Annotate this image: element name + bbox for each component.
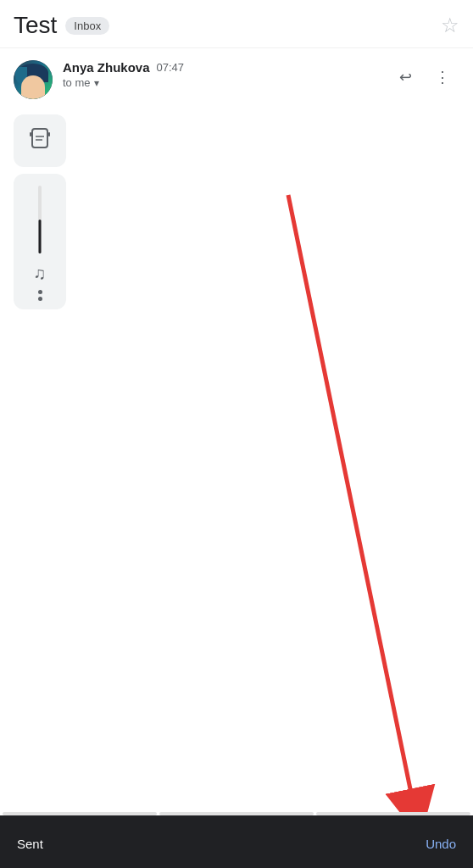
email-row: Anya Zhukova 07:47 to me ▾ ↩ ⋮ [0,48,473,108]
avatar[interactable] [14,60,53,99]
email-actions: ↩ ⋮ [388,60,459,94]
email-content: ♫ [0,108,473,316]
reply-button[interactable]: ↩ [388,60,422,94]
svg-rect-1 [30,132,31,136]
star-icon[interactable]: ☆ [441,14,459,37]
audio-player[interactable]: ♫ [14,174,66,309]
to-me-label: to me [63,76,91,89]
email-time: 07:47 [157,61,185,74]
attachment-icon [26,125,53,158]
audio-more-icon[interactable] [38,290,42,301]
reply-icon: ↩ [399,68,412,86]
sender-name: Anya Zhukova [63,60,150,75]
header-left: Test Inbox [14,12,109,39]
scrubber-thumb [39,220,42,253]
sender-row: Anya Zhukova 07:47 [63,60,378,75]
music-note-icon: ♫ [34,264,47,283]
attachment-box[interactable] [14,114,66,167]
bottom-bar: Sent Undo [0,815,473,868]
undo-button[interactable]: Undo [426,837,456,851]
more-options-button[interactable]: ⋮ [426,60,459,94]
more-icon: ⋮ [435,68,450,86]
svg-rect-2 [48,132,50,136]
sent-label: Sent [17,837,43,851]
chevron-down-icon: ▾ [94,77,99,89]
svg-rect-0 [32,129,47,147]
email-header: Test Inbox ☆ [0,0,473,48]
page-title: Test [14,12,57,39]
to-me-row[interactable]: to me ▾ [63,76,378,89]
audio-scrubber [38,186,42,253]
inbox-badge[interactable]: Inbox [65,17,109,35]
email-meta: Anya Zhukova 07:47 to me ▾ [63,60,378,89]
